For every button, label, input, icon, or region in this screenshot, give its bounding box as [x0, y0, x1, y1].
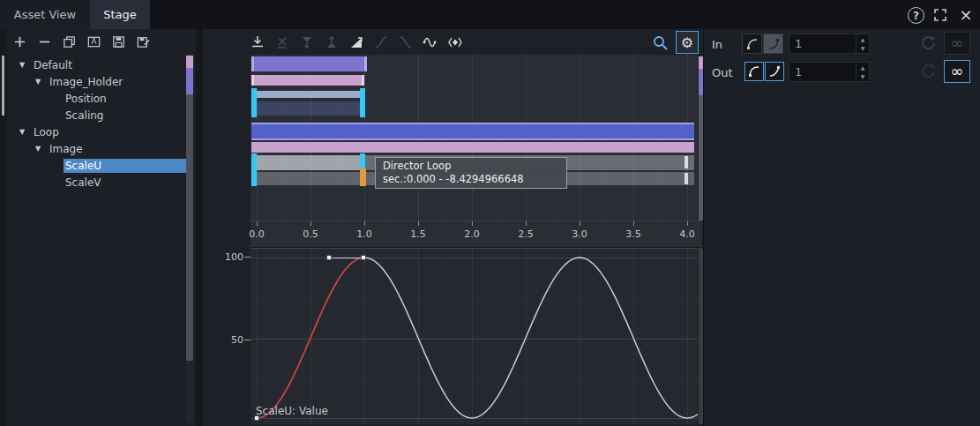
search-button[interactable]	[650, 33, 671, 54]
out-tangent-b-button[interactable]	[765, 62, 784, 81]
ruler-label: 3.0	[572, 228, 587, 240]
out-tangent-a-button[interactable]	[744, 62, 764, 81]
duplicate-button[interactable]	[60, 32, 79, 51]
caret-down-icon[interactable]: ▼	[35, 145, 48, 153]
tab-asset-view-label: Asset View	[14, 8, 77, 21]
ruler-label: 3.5	[625, 228, 641, 240]
tab-asset-view[interactable]: Asset View	[0, 0, 90, 29]
curve-svg	[251, 249, 698, 425]
curve-editor[interactable]: ScaleU: Value	[251, 248, 698, 424]
curve-selected-path	[257, 258, 364, 418]
tree-item-position[interactable]: Position	[7, 90, 186, 107]
tree-item-image[interactable]: ▼Image	[7, 140, 186, 157]
add-keyframe-diamond-icon	[447, 34, 463, 50]
ease-out-curve-icon	[398, 34, 414, 50]
settings-button[interactable]: ⚙	[676, 31, 699, 54]
remove-button[interactable]	[35, 32, 54, 51]
selected-keyframe-marker[interactable]	[360, 168, 366, 186]
ruler-tick	[580, 221, 580, 226]
track-bar-position[interactable]	[254, 91, 363, 98]
out-tangent-a-icon	[748, 65, 760, 78]
outer-vertical-scrollbar[interactable]	[0, 29, 6, 426]
insert-keyframe-button[interactable]	[250, 34, 266, 51]
in-tangent-a-icon	[746, 38, 759, 50]
ease-in-curve-icon	[373, 34, 389, 50]
in-infinity-button[interactable]: ∞	[944, 32, 970, 55]
close-button[interactable]: ×	[956, 4, 976, 25]
infinity-icon: ∞	[951, 64, 964, 79]
ease-in-curve-button[interactable]	[373, 34, 389, 51]
out-value-input[interactable]	[789, 63, 856, 81]
tree-item-loop[interactable]: ▼Loop	[7, 123, 186, 140]
svg-text:A: A	[92, 37, 97, 46]
add-keyframe-diamond-button[interactable]	[447, 34, 463, 51]
tree-item-scalev[interactable]: ScaleV	[7, 174, 186, 191]
ruler-tick	[364, 221, 365, 226]
spinner-down-button[interactable]: ▼	[857, 72, 869, 82]
in-tangent-a-button[interactable]	[742, 34, 762, 54]
keyframe-marker[interactable]	[251, 170, 257, 186]
help-button[interactable]: ?	[908, 7, 924, 24]
out-infinity-button[interactable]: ∞	[944, 60, 970, 83]
tangent-handle-point[interactable]	[326, 255, 332, 260]
tree-item-label: Scaling	[64, 108, 186, 123]
timeline-grid[interactable]: Director Loop sec.:0.000 - -8.4294966648	[251, 55, 698, 220]
tree-item-default[interactable]: ▼Default	[7, 56, 186, 73]
keyframe-marker[interactable]	[360, 88, 365, 117]
caret-down-icon[interactable]: ▼	[35, 78, 48, 86]
in-value-input[interactable]	[789, 34, 856, 53]
out-label: Out	[712, 66, 733, 79]
snap-key-up-button[interactable]	[324, 34, 340, 51]
time-ruler[interactable]: 0.00.51.01.52.02.53.03.54.0	[251, 220, 702, 248]
out-reset-button[interactable]	[919, 62, 939, 85]
out-reset-icon	[919, 62, 939, 81]
tab-bar: Asset View Stage ? ×	[0, 0, 980, 29]
timeline-panel: ⚙ Director Loop sec.:0.000 - -8.4	[201, 29, 703, 426]
spinner-up-button[interactable]: ▲	[857, 34, 869, 44]
save-button[interactable]	[109, 32, 128, 51]
caret-down-icon[interactable]: ▼	[19, 128, 32, 136]
track-bar-image[interactable]	[251, 142, 694, 153]
loop-end-marker[interactable]	[685, 173, 688, 184]
caret-down-icon[interactable]: ▼	[19, 61, 32, 69]
ruler-label: 4.0	[679, 228, 695, 240]
track-bar-default[interactable]	[251, 56, 367, 71]
in-reset-icon	[919, 34, 939, 53]
tree-item-scaleu[interactable]: ScaleU	[7, 157, 186, 174]
tab-stage[interactable]: Stage	[90, 0, 150, 29]
add-button[interactable]	[11, 32, 29, 51]
outer-scrollbar-thumb[interactable]	[2, 56, 4, 116]
tree-scrollbar-thumb[interactable]	[186, 94, 193, 361]
in-reset-button[interactable]	[919, 34, 939, 56]
rename-icon: A	[86, 34, 101, 49]
track-bar-scaling[interactable]	[257, 101, 360, 116]
spinner-down-button[interactable]: ▼	[857, 44, 869, 54]
in-value-field: ▲ ▼	[789, 34, 870, 54]
tree-toolbar: A	[11, 32, 153, 51]
save-as-button[interactable]	[134, 32, 153, 51]
ease-out-curve-button[interactable]	[398, 34, 414, 51]
tree-item-image_holder[interactable]: ▼Image_Holder	[7, 73, 186, 90]
rename-button[interactable]: A	[85, 32, 103, 51]
in-tangent-b-button[interactable]	[763, 34, 783, 54]
ruler-label: 2.5	[518, 228, 534, 240]
plus-icon	[12, 34, 27, 49]
ease-ramp-icon	[348, 34, 364, 50]
spinner-up-button[interactable]: ▲	[857, 63, 869, 72]
remove-keyframe-button[interactable]	[274, 34, 290, 51]
tree-scrollbar[interactable]	[186, 55, 193, 422]
loop-end-marker[interactable]	[685, 156, 688, 168]
ease-ramp-button[interactable]	[348, 34, 364, 51]
keyframe-marker[interactable]	[251, 153, 257, 172]
ruler-tick	[257, 221, 258, 226]
wave-button[interactable]	[423, 34, 438, 51]
out-value-field: ▲ ▼	[789, 62, 870, 82]
track-bar-loop[interactable]	[251, 123, 694, 140]
keyframe-point-start[interactable]	[254, 415, 259, 421]
maximize-button[interactable]	[932, 7, 948, 26]
tree-item-scaling[interactable]: Scaling	[7, 107, 186, 123]
minus-icon	[37, 34, 52, 49]
track-bar-image-holder[interactable]	[251, 75, 364, 86]
snap-key-down-button[interactable]	[299, 34, 315, 51]
keyframe-point-peak[interactable]	[361, 255, 366, 260]
